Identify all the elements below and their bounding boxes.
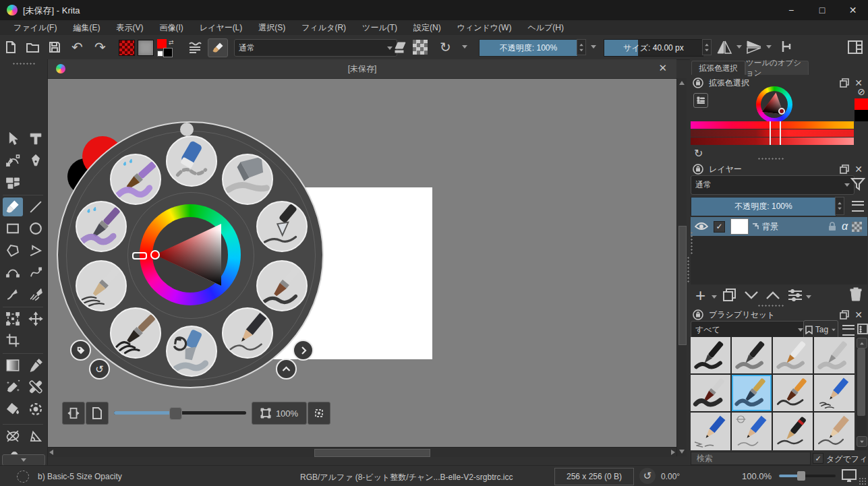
scroll-up-arrow[interactable] <box>679 81 685 85</box>
document-size-box[interactable]: 256 x 256 (0 B) <box>554 468 634 485</box>
menu-view[interactable]: 表示(V) <box>108 22 151 34</box>
foreground-background-colors[interactable]: ⇄ <box>157 39 175 56</box>
gradient-swatch[interactable] <box>119 40 135 56</box>
tool-multibrush[interactable] <box>26 284 46 303</box>
tool-crop[interactable] <box>3 331 23 350</box>
menu-file[interactable]: ファイル(F) <box>5 22 65 34</box>
tool-freehand-brush[interactable] <box>3 198 23 216</box>
canvas-rotation-icon[interactable]: ↺ <box>639 468 656 484</box>
scroll-down-arrow[interactable] <box>679 450 685 454</box>
layer-alpha-lock-icon[interactable]: α <box>842 220 848 233</box>
size-slider[interactable]: サイズ: 40.00 px <box>604 39 703 57</box>
menu-edit[interactable]: 編集(E) <box>65 22 108 34</box>
edit-brush-settings-button[interactable] <box>208 38 228 57</box>
tool-edit-shapes[interactable] <box>3 151 23 170</box>
tag-button[interactable] <box>70 340 91 361</box>
palette-preset-pencil[interactable] <box>222 307 273 359</box>
tab-advanced-color-selector[interactable]: 拡張色選択 <box>691 61 745 75</box>
wrap-around-button[interactable] <box>779 40 794 55</box>
tag-filter-button[interactable]: Tag <box>803 320 838 339</box>
add-layer-dropdown[interactable] <box>712 295 717 299</box>
preset-scroll-thumb[interactable] <box>857 348 865 416</box>
docker-splitter-1[interactable] <box>757 157 784 160</box>
color-selector-dot[interactable] <box>150 250 160 260</box>
close-docker-icon[interactable]: ✕ <box>855 164 863 175</box>
new-document-button[interactable] <box>4 40 18 54</box>
tool-transform[interactable] <box>3 309 23 328</box>
fg-swatch[interactable] <box>855 98 868 110</box>
palette-preset-marker[interactable] <box>166 326 217 377</box>
preset-paintbrush-selected[interactable] <box>732 375 772 411</box>
palette-preset-airbrush[interactable] <box>222 154 273 205</box>
preset-pencil-blue-scribble[interactable] <box>814 375 855 411</box>
close-docker-icon[interactable]: ✕ <box>855 309 863 320</box>
canvas-only-button[interactable] <box>308 402 330 425</box>
menu-layer[interactable]: レイヤー(L) <box>192 22 251 34</box>
preset-paintbrush-orange[interactable] <box>773 375 813 411</box>
tool-dynamic-brush[interactable] <box>3 284 23 303</box>
palette-preset-bristle[interactable] <box>110 307 161 359</box>
pattern-swatch[interactable] <box>138 40 154 56</box>
preset-pen-silver[interactable] <box>814 337 855 373</box>
mini-selector-dot[interactable] <box>778 108 785 115</box>
presets-docker-titlebar[interactable]: ブラシプリセット ✕ <box>693 307 865 322</box>
tool-select-shapes[interactable] <box>3 129 23 148</box>
choose-brush-preset-button[interactable] <box>187 40 202 54</box>
blend-mode-dropdown[interactable]: 通常 <box>234 39 397 57</box>
tool-enclose-and-fill[interactable] <box>26 400 46 419</box>
palette-handle[interactable] <box>180 123 194 136</box>
menu-select[interactable]: 選択(S) <box>250 22 293 34</box>
choose-workspace-button[interactable] <box>847 40 863 55</box>
tool-polygon[interactable] <box>3 241 23 260</box>
zoom-slider-handle[interactable] <box>169 407 182 420</box>
menu-image[interactable]: 画像(I) <box>151 22 191 34</box>
color-history-refresh-button[interactable]: ↻ <box>694 147 703 160</box>
mirror-horizontal-dropdown[interactable] <box>736 45 742 49</box>
zoom-100-button[interactable]: 100% <box>252 402 307 425</box>
popup-palette[interactable]: ↺ <box>57 121 326 391</box>
mirror-vertical-button[interactable] <box>746 40 762 55</box>
preset-search-input[interactable] <box>691 452 811 465</box>
tool-freehand-path[interactable] <box>26 263 46 282</box>
menu-tools[interactable]: ツール(T) <box>354 22 405 34</box>
tool-calligraphy[interactable] <box>26 151 46 170</box>
subwindow-close-icon[interactable]: ✕ <box>658 62 667 74</box>
open-document-button[interactable] <box>26 40 40 54</box>
hue-strip[interactable] <box>691 121 854 129</box>
eraser-mode-button[interactable] <box>393 40 408 54</box>
fit-page-button[interactable] <box>86 402 109 425</box>
tool-gradient[interactable] <box>3 356 23 375</box>
scroll-left-arrow[interactable] <box>49 450 53 455</box>
float-docker-icon[interactable] <box>840 78 849 88</box>
palette-preset-wet-round[interactable] <box>76 201 127 252</box>
layer-opacity-spinner[interactable] <box>835 197 844 215</box>
palette-preset-chalk[interactable] <box>76 260 127 311</box>
vertical-scrollbar[interactable] <box>676 78 687 456</box>
layers-docker-titlebar[interactable]: レイヤー ✕ <box>693 162 865 177</box>
move-layer-down-button[interactable] <box>744 289 759 301</box>
v-scroll-thumb[interactable] <box>678 226 687 345</box>
opacity-dropdown-arrow[interactable] <box>591 45 596 49</box>
close-button[interactable]: ✕ <box>838 0 868 20</box>
layer-name[interactable]: 背景 <box>762 221 778 233</box>
move-layer-up-button[interactable] <box>765 289 780 301</box>
size-spinner[interactable] <box>702 39 712 55</box>
palette-preset-ink-pen[interactable] <box>256 201 308 252</box>
opacity-slider[interactable]: 不透明度: 100% <box>479 39 578 57</box>
mirror-horizontal-button[interactable] <box>716 40 732 55</box>
tab-tool-options[interactable]: ツールのオプション <box>745 61 809 75</box>
tool-line[interactable] <box>26 198 46 216</box>
tool-fill[interactable] <box>3 400 23 419</box>
layer-properties-button[interactable] <box>787 288 803 302</box>
maximize-button[interactable]: □ <box>807 0 838 20</box>
reload-dropdown-arrow[interactable] <box>462 45 467 49</box>
presets-view-mode-button[interactable] <box>857 323 868 335</box>
palette-preset-wet-paintbrush[interactable] <box>110 154 161 205</box>
layer-inherit-alpha-icon[interactable] <box>852 222 862 232</box>
preset-ink-pen-black[interactable] <box>691 337 730 373</box>
palette-preset-round-brush[interactable] <box>256 260 308 311</box>
preset-pen-white[interactable] <box>773 337 813 373</box>
bg-swatch[interactable] <box>855 110 868 121</box>
tool-ellipse[interactable] <box>26 219 46 238</box>
float-docker-icon[interactable] <box>840 164 849 174</box>
